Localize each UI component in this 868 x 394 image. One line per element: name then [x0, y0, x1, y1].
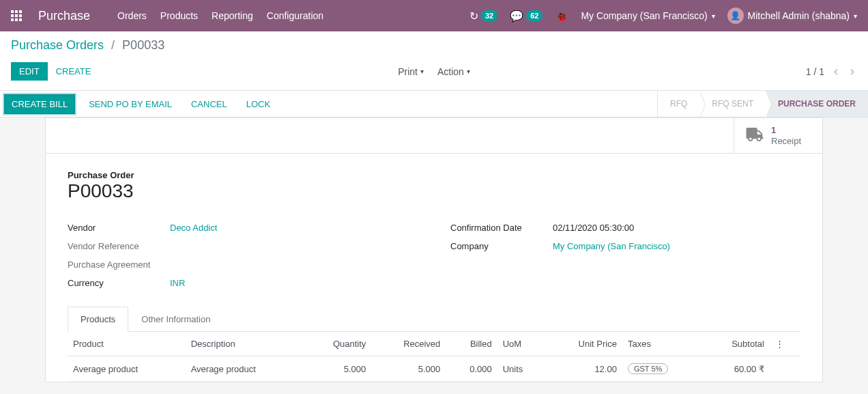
cell-description: Average product: [186, 356, 304, 382]
col-options[interactable]: ⋮: [770, 332, 800, 356]
chat-icon: 💬: [510, 10, 523, 23]
nav-orders[interactable]: Orders: [117, 10, 147, 21]
truck-icon: [745, 128, 764, 144]
activity-badge: 32: [481, 10, 497, 21]
breadcrumb: Purchase Orders / P00033: [11, 38, 857, 53]
chevron-down-icon: ▾: [420, 68, 424, 75]
nav-products[interactable]: Products: [160, 10, 198, 21]
cell-billed: 0.000: [446, 356, 497, 382]
breadcrumb-current: P00033: [122, 38, 164, 52]
label-vendor: Vendor: [68, 223, 170, 233]
nav-configuration[interactable]: Configuration: [267, 10, 323, 21]
breadcrumb-separator: /: [111, 38, 115, 52]
chat-badge: 62: [526, 10, 542, 21]
top-nav: Purchase Orders Products Reporting Confi…: [0, 0, 868, 31]
cell-received: 5.000: [371, 356, 446, 382]
col-uom[interactable]: UoM: [497, 332, 546, 356]
company-selector[interactable]: My Company (San Francisco) ▾: [581, 10, 714, 21]
form-sheet: 1 Receipt Purchase Order P00033 VendorDe…: [45, 117, 823, 382]
col-subtotal[interactable]: Subtotal: [702, 332, 770, 356]
col-taxes[interactable]: Taxes: [622, 332, 702, 356]
value-confirm-date: 02/11/2020 05:30:00: [553, 223, 634, 233]
pager-prev[interactable]: ‹: [831, 64, 841, 79]
col-received[interactable]: Received: [371, 332, 446, 356]
label-confirm-date: Confirmation Date: [450, 223, 553, 233]
tax-tag: GST 5%: [628, 363, 668, 374]
tab-other-information[interactable]: Other Information: [128, 307, 223, 332]
create-bill-button[interactable]: Create Bill: [4, 94, 75, 114]
clock-icon: ↻: [469, 10, 478, 23]
status-bar: Create Bill Send PO by Email Cancel Lock…: [0, 90, 868, 117]
cancel-button[interactable]: Cancel: [186, 95, 233, 113]
debug-icon[interactable]: 🐞: [555, 10, 568, 23]
table-row[interactable]: Average product Average product 5.000 5.…: [68, 356, 800, 382]
record-name: P00033: [68, 180, 800, 202]
messaging-indicator[interactable]: 💬 62: [510, 10, 542, 23]
company-name: My Company (San Francisco): [581, 10, 707, 21]
cell-unit-price: 12.00: [546, 356, 622, 382]
label-currency: Currency: [68, 278, 170, 288]
cell-taxes: GST 5%: [622, 356, 702, 382]
receipt-count: 1: [771, 125, 776, 135]
col-quantity[interactable]: Quantity: [303, 332, 371, 356]
record-title-label: Purchase Order: [68, 170, 800, 180]
nav-menu: Orders Products Reporting Configuration: [117, 10, 323, 21]
nav-reporting[interactable]: Reporting: [212, 10, 253, 21]
label-vendor-ref: Vendor Reference: [68, 241, 170, 251]
stage-rfq-sent[interactable]: RFQ SENT: [699, 91, 766, 117]
print-dropdown[interactable]: Print▾: [398, 66, 424, 77]
control-bar: Edit Create Print▾ Action▾ 1 / 1 ‹ ›: [0, 53, 868, 90]
statusbar-stages: RFQ RFQ SENT PURCHASE ORDER: [657, 91, 868, 117]
chevron-down-icon: ▾: [467, 68, 470, 75]
activity-indicator[interactable]: ↻ 32: [469, 10, 497, 23]
col-billed[interactable]: Billed: [446, 332, 497, 356]
stage-purchase-order[interactable]: PURCHASE ORDER: [766, 91, 868, 117]
col-product[interactable]: Product: [68, 332, 186, 356]
cell-uom: Units: [497, 356, 546, 382]
breadcrumb-bar: Purchase Orders / P00033: [0, 31, 868, 53]
pager-next[interactable]: ›: [848, 64, 857, 79]
company-link[interactable]: My Company (San Francisco): [553, 241, 670, 251]
tab-products[interactable]: Products: [68, 307, 128, 332]
label-company: Company: [450, 241, 553, 251]
receipt-label: Receipt: [771, 136, 801, 146]
apps-icon[interactable]: [11, 10, 22, 21]
stage-rfq[interactable]: RFQ: [657, 91, 699, 117]
chevron-down-icon: ▾: [712, 12, 715, 20]
col-unit-price[interactable]: Unit Price: [546, 332, 622, 356]
vendor-link[interactable]: Deco Addict: [170, 223, 217, 233]
currency-link[interactable]: INR: [170, 278, 185, 288]
edit-button[interactable]: Edit: [11, 62, 48, 81]
cell-quantity: 5.000: [303, 356, 371, 382]
receipt-stat-button[interactable]: 1 Receipt: [734, 118, 822, 153]
cell-product: Average product: [68, 356, 186, 382]
create-button[interactable]: Create: [48, 62, 100, 81]
app-brand: Purchase: [38, 9, 90, 23]
chevron-down-icon: ▾: [854, 12, 857, 20]
lock-button[interactable]: Lock: [241, 95, 276, 113]
col-description[interactable]: Description: [186, 332, 304, 356]
user-name: Mitchell Admin (shabna): [748, 10, 850, 21]
cell-subtotal: 60.00 ₹: [702, 356, 770, 382]
user-menu[interactable]: 👤 Mitchell Admin (shabna) ▾: [727, 8, 857, 24]
order-lines-table: Product Description Quantity Received Bi…: [68, 332, 800, 382]
pager: 1 / 1 ‹ ›: [806, 64, 857, 79]
label-purchase-agreement: Purchase Agreement: [68, 259, 170, 270]
action-dropdown[interactable]: Action▾: [437, 66, 470, 77]
breadcrumb-parent[interactable]: Purchase Orders: [11, 38, 104, 52]
pager-value[interactable]: 1 / 1: [806, 66, 824, 77]
send-po-email-button[interactable]: Send PO by Email: [83, 95, 177, 113]
avatar: 👤: [727, 8, 744, 24]
